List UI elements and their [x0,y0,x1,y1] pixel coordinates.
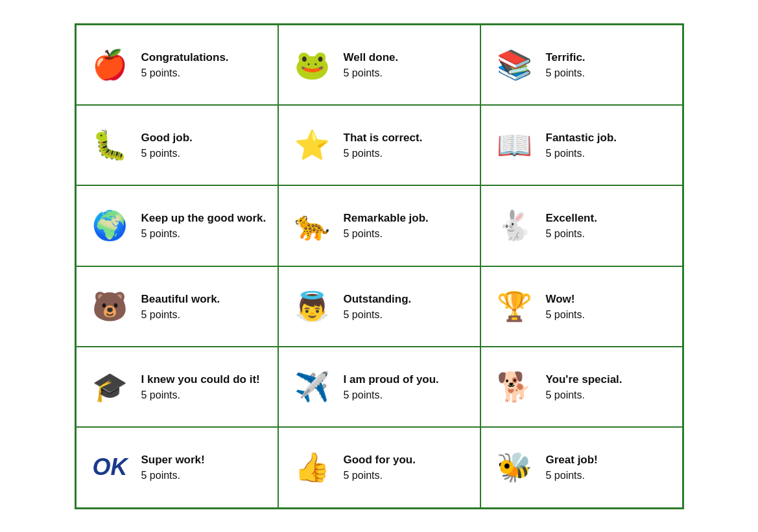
card-title: Good for you. [344,453,416,467]
card-remarkable-job: 🐆Remarkable job.5 points. [279,186,480,265]
card-points: 5 points. [344,470,383,481]
card-title: Congratulations. [141,51,229,65]
card-points: 5 points. [141,309,180,321]
card-text-container: Good for you.5 points. [344,453,472,481]
card-text-container: Well done.5 points. [344,51,472,79]
caterpillar-icon: 🐛 [84,119,136,171]
plane-icon: ✈️ [287,361,338,413]
card-text-container: Keep up the good work.5 points. [141,211,270,240]
card-outstanding: 👼Outstanding.5 points. [279,267,480,346]
card-points: 5 points. [546,389,585,401]
card-good-for-you: 👍Good for you.5 points. [279,428,480,507]
card-that-is-correct: ⭐That is correct.5 points. [279,106,480,185]
card-points: 5 points. [141,228,180,240]
frog-icon: 🐸 [287,39,338,91]
card-title: Terrific. [546,51,586,65]
cat-icon: 🐆 [287,200,338,251]
card-title: Keep up the good work. [141,211,266,226]
card-well-done: 🐸Well done.5 points. [279,25,480,104]
card-title: I knew you could do it! [141,373,260,387]
card-title: Excellent. [546,211,597,226]
card-points: 5 points. [344,67,383,79]
card-excellent: 🐇Excellent.5 points. [481,186,682,265]
card-points: 5 points. [546,67,585,79]
card-title: Outstanding. [344,292,412,306]
globe-kid-icon: 🌍 [84,200,136,251]
rabbit-icon: 🐇 [489,200,541,251]
trophy-dog-icon: 🏆 [489,281,541,332]
angel-icon: 👼 [287,281,338,332]
card-super-work: OKSuper work!5 points. [77,428,278,507]
card-proud-of-you: ✈️I am proud of you.5 points. [279,347,480,426]
card-youre-special: 🐕You're special.5 points. [481,347,682,426]
card-title: Great job! [546,453,598,467]
card-title: Wow! [546,292,575,306]
ok-icon: OK [84,441,136,493]
card-points: 5 points. [141,67,180,79]
card-terrific: 📚Terrific.5 points. [481,25,682,104]
bee-icon: 🐝 [489,441,541,493]
card-points: 5 points. [344,389,383,401]
star-icon: ⭐ [287,119,338,171]
graduate-icon: 🎓 [84,361,136,413]
books-icon: 📚 [489,39,541,91]
card-text-container: Excellent.5 points. [546,211,674,240]
bear-icon: 🐻 [84,281,136,332]
card-title: Well done. [344,51,399,65]
card-title: Super work! [141,453,205,467]
card-text-container: I am proud of you.5 points. [344,373,472,401]
reward-cards-grid: 🍎Congratulations.5 points.🐸Well done.5 p… [75,23,684,509]
card-title: Fantastic job. [546,131,617,145]
card-points: 5 points. [141,148,180,159]
card-text-container: Super work!5 points. [141,453,270,481]
card-text-container: That is correct.5 points. [344,131,472,159]
card-keep-up: 🌍Keep up the good work.5 points. [77,186,278,265]
card-title: Remarkable job. [344,211,429,226]
card-fantastic-job: 📖Fantastic job.5 points. [481,106,682,185]
card-title: You're special. [546,373,622,387]
card-text-container: Congratulations.5 points. [141,51,270,79]
card-great-job: 🐝Great job!5 points. [481,428,682,507]
card-points: 5 points. [141,470,180,481]
card-congratulations: 🍎Congratulations.5 points. [77,25,278,104]
card-text-container: Remarkable job.5 points. [344,211,472,240]
card-text-container: Outstanding.5 points. [344,292,472,321]
card-points: 5 points. [344,148,383,159]
card-knew-you: 🎓I knew you could do it!5 points. [77,347,278,426]
ok-text-icon: OK [93,454,128,481]
thumbs-up-icon: 👍 [287,441,338,493]
card-points: 5 points. [141,389,180,401]
card-text-container: Beautiful work.5 points. [141,292,270,321]
card-text-container: Good job.5 points. [141,131,270,159]
card-title: Good job. [141,131,193,145]
card-points: 5 points. [546,309,585,321]
card-wow: 🏆Wow!5 points. [481,267,682,346]
card-title: I am proud of you. [344,373,439,387]
card-points: 5 points. [546,148,585,159]
card-points: 5 points. [344,228,383,240]
card-text-container: Wow!5 points. [546,292,674,321]
card-points: 5 points. [344,309,383,321]
card-text-container: Fantastic job.5 points. [546,131,674,159]
card-text-container: You're special.5 points. [546,373,674,401]
apple-worm-icon: 🍎 [84,39,136,91]
card-text-container: Terrific.5 points. [546,51,674,79]
card-title: That is correct. [344,131,423,145]
card-good-job: 🐛Good job.5 points. [77,106,278,185]
card-beautiful-work: 🐻Beautiful work.5 points. [77,267,278,346]
card-text-container: Great job!5 points. [546,453,674,481]
card-text-container: I knew you could do it!5 points. [141,373,270,401]
card-title: Beautiful work. [141,292,220,306]
card-points: 5 points. [546,470,585,481]
book-face-icon: 📖 [489,119,541,171]
dog-book-icon: 🐕 [489,361,541,413]
card-points: 5 points. [546,228,585,240]
